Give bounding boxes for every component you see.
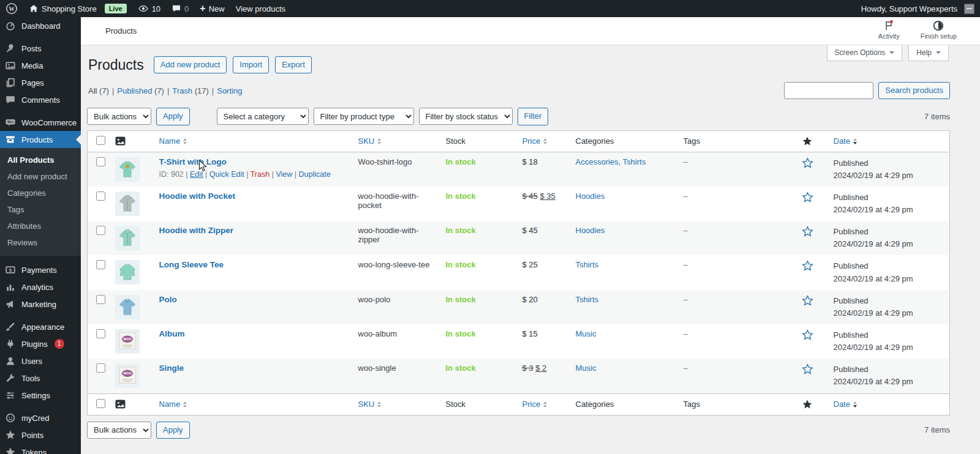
view-products-link[interactable]: View products bbox=[230, 0, 291, 17]
category-link[interactable]: Music bbox=[576, 329, 597, 338]
sidebar-item-settings[interactable]: Settings bbox=[0, 387, 81, 404]
select-all-checkbox[interactable] bbox=[96, 399, 105, 408]
site-name-menu[interactable]: Shopping Store bbox=[23, 0, 102, 17]
sidebar-item-tools[interactable]: Tools bbox=[0, 370, 81, 387]
featured-toggle-star[interactable] bbox=[802, 260, 813, 272]
sort-by-name[interactable]: Name bbox=[159, 136, 187, 146]
status-link-label[interactable]: Published (7) bbox=[117, 86, 164, 95]
product-thumbnail[interactable] bbox=[115, 226, 140, 250]
sidebar-item-dashboard[interactable]: Dashboard bbox=[0, 17, 81, 34]
row-checkbox[interactable] bbox=[96, 226, 105, 235]
product-thumbnail[interactable]: WOO bbox=[115, 363, 140, 388]
product-name-link[interactable]: Hoodie with Zipper bbox=[159, 226, 234, 235]
account-menu[interactable]: Howdy, Support Wpexperts bbox=[856, 0, 980, 17]
row-action-trash[interactable]: Trash bbox=[251, 170, 270, 179]
product-name-link[interactable]: Single bbox=[159, 363, 184, 373]
sort-by-date[interactable]: Date bbox=[834, 136, 857, 146]
sidebar-item-products[interactable]: Products bbox=[0, 131, 81, 148]
sidebar-item-mycred[interactable]: myCred bbox=[0, 409, 81, 426]
featured-toggle-star[interactable] bbox=[802, 329, 813, 341]
featured-toggle-star[interactable] bbox=[802, 192, 813, 203]
row-checkbox[interactable] bbox=[96, 329, 105, 338]
status-link-label[interactable]: Trash (17) bbox=[172, 86, 208, 95]
select-all-checkbox[interactable] bbox=[96, 136, 105, 145]
submenu-item-add-new-product[interactable]: Add new product bbox=[0, 168, 81, 185]
row-checkbox[interactable] bbox=[96, 295, 105, 304]
featured-toggle-star[interactable] bbox=[802, 363, 813, 375]
product-name-link[interactable]: Hoodie with Pocket bbox=[159, 192, 236, 201]
sidebar-item-analytics[interactable]: Analytics bbox=[0, 278, 81, 296]
category-link[interactable]: Tshirts bbox=[576, 295, 599, 304]
apply-button[interactable]: Apply bbox=[156, 108, 190, 125]
row-checkbox[interactable] bbox=[96, 192, 105, 201]
status-link-label[interactable]: Sorting bbox=[217, 86, 242, 95]
product-name-link[interactable]: Long Sleeve Tee bbox=[159, 260, 224, 269]
product-name-link[interactable]: T-Shirt with Logo bbox=[159, 157, 227, 166]
submenu-item-categories[interactable]: Categories bbox=[0, 185, 81, 201]
category-filter-select[interactable]: Select a category bbox=[217, 108, 309, 125]
sort-by-date[interactable]: Date bbox=[834, 400, 857, 409]
sort-by-price[interactable]: Price bbox=[522, 136, 548, 146]
featured-toggle-star[interactable] bbox=[802, 295, 813, 307]
search-products-button[interactable]: Search products bbox=[878, 82, 950, 99]
sidebar-item-media[interactable]: Media bbox=[0, 57, 81, 74]
product-thumbnail[interactable] bbox=[115, 260, 140, 285]
row-action-duplicate[interactable]: Duplicate bbox=[298, 170, 330, 179]
add-new-product-button[interactable]: Add new product bbox=[154, 56, 227, 73]
row-action-edit[interactable]: Edit bbox=[190, 170, 203, 179]
bulk-actions-select-bottom[interactable]: Bulk actions bbox=[87, 422, 151, 439]
sort-by-sku[interactable]: SKU bbox=[358, 400, 382, 409]
row-action-quick-edit[interactable]: Quick Edit bbox=[209, 170, 244, 179]
screen-options-tab[interactable]: Screen Options bbox=[827, 45, 903, 61]
status-link-label[interactable]: All (7) bbox=[88, 86, 109, 95]
category-link[interactable]: Music bbox=[576, 363, 597, 373]
sidebar-item-woocommerce[interactable]: WooWooCommerce bbox=[0, 114, 81, 131]
submenu-item-tags[interactable]: Tags bbox=[0, 201, 81, 218]
category-link[interactable]: Hoodies bbox=[576, 192, 605, 201]
finish-setup-button[interactable]: Finish setup bbox=[921, 20, 957, 40]
featured-toggle-star[interactable] bbox=[802, 157, 813, 169]
import-button[interactable]: Import bbox=[233, 56, 269, 73]
updates-menu[interactable]: 10 bbox=[132, 0, 166, 17]
category-link[interactable]: Tshirts bbox=[576, 260, 599, 269]
sidebar-item-payments[interactable]: $Payments bbox=[0, 261, 81, 278]
sidebar-item-points[interactable]: Points bbox=[0, 426, 81, 444]
wp-logo-menu[interactable]: W bbox=[0, 0, 23, 17]
activity-button[interactable]: Activity bbox=[878, 20, 900, 40]
export-button[interactable]: Export bbox=[275, 56, 312, 73]
product-thumbnail[interactable] bbox=[115, 157, 140, 182]
new-content-menu[interactable]: + New bbox=[194, 0, 230, 17]
bulk-actions-select[interactable]: Bulk actions bbox=[87, 108, 151, 125]
apply-button-bottom[interactable]: Apply bbox=[156, 422, 190, 439]
sidebar-item-marketing[interactable]: Marketing bbox=[0, 296, 81, 313]
sidebar-item-posts[interactable]: Posts bbox=[0, 40, 81, 57]
product-name-link[interactable]: Polo bbox=[159, 295, 177, 304]
product-name-link[interactable]: Album bbox=[159, 329, 185, 338]
filter-button[interactable]: Filter bbox=[518, 108, 549, 125]
sidebar-item-pages[interactable]: Pages bbox=[0, 74, 81, 91]
category-link[interactable]: Accessories, Tshirts bbox=[576, 157, 646, 166]
product-thumbnail[interactable] bbox=[115, 295, 140, 319]
sort-by-sku[interactable]: SKU bbox=[358, 136, 382, 146]
submenu-item-reviews[interactable]: Reviews bbox=[0, 234, 81, 251]
sort-by-price[interactable]: Price bbox=[522, 400, 548, 409]
stock-status-filter-select[interactable]: Filter by stock status bbox=[419, 108, 513, 125]
row-checkbox[interactable] bbox=[96, 363, 105, 373]
search-input[interactable] bbox=[784, 82, 873, 99]
product-thumbnail[interactable] bbox=[115, 192, 140, 216]
submenu-item-attributes[interactable]: Attributes bbox=[0, 218, 81, 234]
sidebar-item-users[interactable]: Users bbox=[0, 352, 81, 370]
sidebar-item-plugins[interactable]: Plugins1 bbox=[0, 335, 81, 352]
submenu-item-all-products[interactable]: All Products bbox=[0, 152, 81, 168]
sidebar-item-appearance[interactable]: Appearance bbox=[0, 318, 81, 335]
sidebar-item-tokens[interactable]: Tokens bbox=[0, 444, 81, 454]
help-tab[interactable]: Help bbox=[908, 45, 949, 61]
row-checkbox[interactable] bbox=[96, 157, 105, 166]
row-action-view[interactable]: View bbox=[276, 170, 292, 179]
product-thumbnail[interactable]: WOO bbox=[115, 329, 140, 354]
sort-by-name[interactable]: Name bbox=[159, 400, 187, 409]
product-type-filter-select[interactable]: Filter by product type bbox=[314, 108, 414, 125]
comments-menu[interactable]: 0 bbox=[166, 0, 194, 17]
sidebar-item-comments[interactable]: Comments bbox=[0, 91, 81, 108]
row-checkbox[interactable] bbox=[96, 260, 105, 269]
